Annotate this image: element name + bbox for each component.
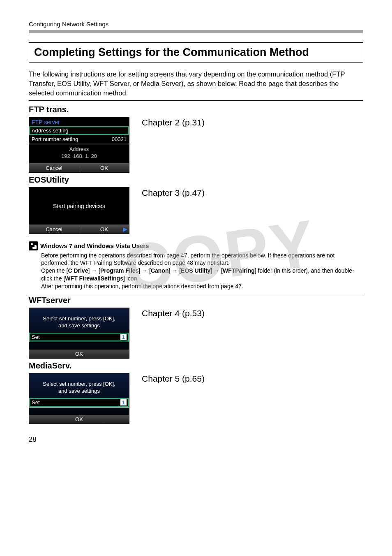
media-instruction: Select set number, press [OK], and save … <box>29 379 129 398</box>
media-chapter-ref: Chapter 5 (p.65) <box>142 374 205 384</box>
ftp-address-block: Address 192. 168. 1. 20 <box>29 144 129 163</box>
note-box: Windows 7 and Windows Vista Users Before… <box>29 241 363 293</box>
note-last: After performing this operation, perform… <box>41 283 243 290</box>
eos-center-text: Start pairing devices <box>29 188 129 225</box>
note-cdrive: C Drive <box>68 267 88 274</box>
ftp-screen-title: FTP server <box>29 117 129 126</box>
ftp-address-label: Address <box>29 146 129 153</box>
media-set-row: Set 1 <box>29 398 129 407</box>
ftp-port-row: Port number setting 00021 <box>29 135 129 144</box>
page-number: 28 <box>29 436 363 443</box>
eos-heading: EOSUtility <box>29 175 363 185</box>
media-set-value: 1 <box>120 399 127 405</box>
arrow4: → <box>212 267 221 274</box>
ftp-heading: FTP trans. <box>29 105 363 114</box>
note-eosutility: EOS Utility <box>181 267 210 274</box>
note-icon-suffix: ] icon. <box>123 275 138 282</box>
ftp-address-value: 192. 168. 1. 20 <box>29 153 129 160</box>
note-wftpairing: WFTPairing <box>223 267 255 274</box>
chevron-right-icon: ▶ <box>123 226 127 232</box>
arrow2: → <box>140 267 149 274</box>
note-line1: Before performing the operations describ… <box>41 252 334 266</box>
ftp-cancel-button: Cancel <box>29 164 79 172</box>
note-body: Before performing the operations describ… <box>41 252 363 290</box>
media-set-label: Set <box>32 399 40 405</box>
wft-ok-button: OK <box>29 350 129 358</box>
media-instruction-line1: Select set number, press [OK], <box>29 381 129 388</box>
eos-screen: Start pairing devices Cancel OK▶ <box>29 187 129 234</box>
wft-set-row: Set 1 <box>29 333 129 341</box>
wft-heading: WFTserver <box>29 296 363 305</box>
header-rule <box>29 30 363 33</box>
ftp-chapter-ref: Chapter 2 (p.31) <box>142 118 205 127</box>
ftp-ok-button: OK <box>79 164 129 172</box>
arrow3: → <box>170 267 179 274</box>
note-programfiles: Program Files <box>100 267 138 274</box>
note-rule <box>29 293 363 293</box>
arrow1: → <box>90 267 99 274</box>
media-screen: Select set number, press [OK], and save … <box>29 373 129 424</box>
wft-chapter-ref: Chapter 4 (p.53) <box>142 308 205 318</box>
note-heading: Windows 7 and Windows Vista Users <box>40 242 149 249</box>
eos-ok-button: OK▶ <box>79 225 129 234</box>
note-canon: Canon <box>151 267 169 274</box>
eos-chapter-ref: Chapter 3 (p.47) <box>142 188 205 198</box>
page-title: Completing Settings for the Communicatio… <box>34 46 358 59</box>
intro-separator <box>29 100 363 101</box>
wft-set-label: Set <box>32 334 40 340</box>
note-icon <box>29 241 38 250</box>
media-instruction-line2: and save settings <box>29 388 129 395</box>
wft-set-value: 1 <box>120 334 127 340</box>
ftp-address-setting-row: Address setting <box>29 126 129 135</box>
note-open-prefix: Open the [ <box>41 267 68 274</box>
media-heading: MediaServ. <box>29 361 363 371</box>
note-wftfirewall: WFT FirewallSettings <box>65 275 123 282</box>
wft-instruction-line1: Select set number, press [OK], <box>29 315 129 322</box>
eos-cancel-button: Cancel <box>29 225 79 234</box>
wft-instruction: Select set number, press [OK], and save … <box>29 314 129 333</box>
title-box: Completing Settings for the Communicatio… <box>29 42 363 63</box>
wft-screen: Select set number, press [OK], and save … <box>29 308 129 359</box>
ftp-screen: FTP server Address setting Port number s… <box>29 117 129 173</box>
ftp-port-label: Port number setting <box>32 136 78 142</box>
wft-instruction-line2: and save settings <box>29 322 129 329</box>
ftp-port-value: 00021 <box>112 136 127 142</box>
ftp-address-setting-label: Address setting <box>32 127 69 134</box>
eos-ok-label: OK <box>100 226 108 232</box>
media-ok-button: OK <box>29 415 129 424</box>
intro-paragraph: The following instructions are for setti… <box>29 70 363 98</box>
running-header: Configuring Network Settings <box>29 21 363 28</box>
